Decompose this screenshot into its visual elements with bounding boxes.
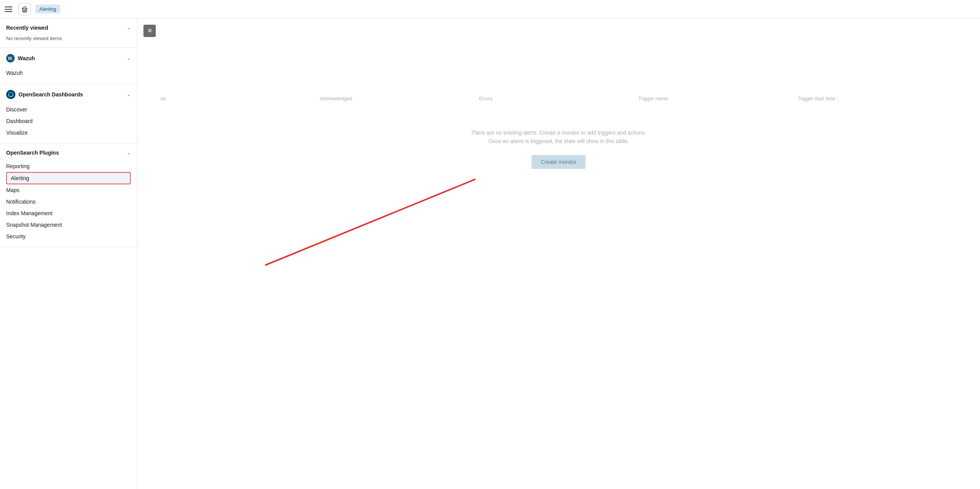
sidebar-recently-viewed-header[interactable]: Recently viewed ⌄ bbox=[6, 25, 131, 31]
svg-line-3 bbox=[265, 179, 476, 265]
table-col-trigger-name[interactable]: Trigger name bbox=[638, 96, 798, 101]
sidebar-item-discover[interactable]: Discover bbox=[6, 104, 131, 115]
table-col-ve: ve bbox=[160, 96, 320, 101]
sidebar-opensearch-dashboards-title: OpenSearch Dashboards bbox=[19, 91, 83, 98]
svg-rect-0 bbox=[23, 9, 27, 12]
sidebar-item-reporting[interactable]: Reporting bbox=[6, 160, 131, 172]
sidebar-item-alerting[interactable]: Alerting bbox=[6, 172, 131, 184]
sidebar-item-snapshot-management[interactable]: Snapshot Management bbox=[6, 219, 131, 231]
sidebar-item-wazuh[interactable]: Wazuh bbox=[6, 67, 131, 79]
sidebar-opensearch-dashboards-header[interactable]: OpenSearch Dashboards ⌄ bbox=[6, 90, 131, 99]
sidebar-wazuh-header[interactable]: W. Wazuh ⌄ bbox=[6, 54, 131, 62]
table-col-acknowledged[interactable]: Acknowledged bbox=[320, 96, 479, 101]
sidebar-item-visualize[interactable]: Visualize bbox=[6, 127, 131, 138]
sidebar-recently-viewed-title: Recently viewed bbox=[6, 25, 48, 31]
content-area: ✕ ve Acknowledged Errors Trigger name Tr… bbox=[137, 19, 980, 489]
home-button[interactable] bbox=[19, 3, 31, 15]
topbar: Alerting bbox=[0, 0, 980, 19]
sidebar-opensearch-plugins-title: OpenSearch Plugins bbox=[6, 150, 59, 156]
table-header-row: ve Acknowledged Errors Trigger name Trig… bbox=[137, 19, 980, 105]
svg-rect-1 bbox=[24, 10, 25, 12]
svg-point-2 bbox=[6, 90, 15, 99]
hamburger-menu[interactable] bbox=[5, 5, 14, 14]
sidebar-wazuh-section: W. Wazuh ⌄ Wazuh bbox=[0, 48, 137, 84]
sidebar-item-security[interactable]: Security bbox=[6, 231, 131, 242]
chevron-down-icon: ⌄ bbox=[127, 56, 131, 61]
chevron-down-icon: ⌄ bbox=[127, 150, 131, 155]
wazuh-logo-group: W. Wazuh bbox=[6, 54, 35, 62]
sidebar-opensearch-plugins-header[interactable]: OpenSearch Plugins ⌄ bbox=[6, 150, 131, 156]
close-icon: ✕ bbox=[147, 28, 152, 34]
chevron-down-icon: ⌄ bbox=[127, 92, 131, 97]
sidebar-item-maps[interactable]: Maps bbox=[6, 184, 131, 196]
empty-state: There are no existing alerts. Create a m… bbox=[137, 105, 980, 177]
table-col-trigger-start-time[interactable]: Trigger start time bbox=[798, 96, 957, 101]
sidebar-item-index-management[interactable]: Index Management bbox=[6, 207, 131, 219]
opensearch-logo-group: OpenSearch Dashboards bbox=[6, 90, 83, 99]
empty-state-text: There are no existing alerts. Create a m… bbox=[470, 128, 647, 146]
sidebar-item-notifications[interactable]: Notifications bbox=[6, 196, 131, 207]
breadcrumb-alerting[interactable]: Alerting bbox=[35, 5, 60, 13]
table-col-errors[interactable]: Errors bbox=[479, 96, 638, 101]
main-layout: Recently viewed ⌄ No recently viewed ite… bbox=[0, 19, 980, 489]
wazuh-logo-icon: W. bbox=[6, 54, 15, 62]
home-icon bbox=[22, 6, 28, 12]
opensearch-logo-icon bbox=[6, 90, 15, 99]
create-monitor-button[interactable]: Create monitor bbox=[532, 155, 586, 169]
sidebar-item-dashboard[interactable]: Dashboard bbox=[6, 115, 131, 127]
sidebar: Recently viewed ⌄ No recently viewed ite… bbox=[0, 19, 137, 489]
sidebar-recently-viewed-section: Recently viewed ⌄ No recently viewed ite… bbox=[0, 19, 137, 48]
sidebar-opensearch-dashboards-section: OpenSearch Dashboards ⌄ Discover Dashboa… bbox=[0, 84, 137, 143]
sidebar-opensearch-plugins-section: OpenSearch Plugins ⌄ Reporting Alerting … bbox=[0, 143, 137, 247]
sidebar-recently-viewed-empty: No recently viewed items bbox=[6, 35, 131, 43]
chevron-down-icon: ⌄ bbox=[127, 25, 131, 30]
close-button[interactable]: ✕ bbox=[143, 25, 156, 37]
sidebar-wazuh-title: Wazuh bbox=[18, 55, 35, 61]
